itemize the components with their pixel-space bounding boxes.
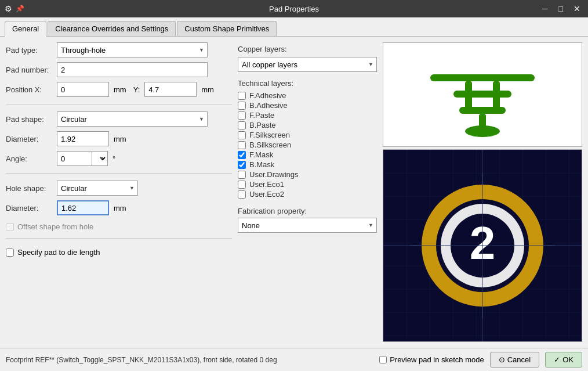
hole-shape-select-wrapper: Circular Oval [57,181,138,196]
pad-shape-label: Pad shape: [6,115,52,124]
layer-item-bmask: B.Mask [238,160,377,169]
layer-checkbox-usereco1[interactable] [238,181,246,189]
separator-3 [6,238,232,239]
svg-rect-4 [493,81,500,113]
angle-label: Angle: [6,154,52,163]
fabrication-label: Fabrication property: [238,207,307,215]
position-y-input[interactable] [144,82,197,97]
layer-item-bpaste: B.Paste [238,121,377,129]
pad-shape-row: Pad shape: Circular Oval Rectangular Tra… [6,111,232,127]
diameter-unit: mm [114,135,126,143]
layer-checkbox-fpaste[interactable] [238,111,246,120]
layer-item-fsilkscreen: F.Silkscreen [238,131,377,139]
minimize-button[interactable]: ─ [539,3,551,15]
specify-checkbox-label: Specify pad to die length [17,248,100,257]
copper-layers-select[interactable]: All copper layers F.Cu B.Cu F.Cu and B.C… [238,57,377,72]
pad-number-row: Pad number: [6,62,232,77]
cancel-button[interactable]: ⊙ Cancel [490,352,539,368]
layer-checkbox-usereco2[interactable] [238,190,246,199]
position-x-label: Position X: [6,85,52,94]
ok-button[interactable]: ✓ OK [545,352,582,368]
layer-label-fmask: F.Mask [249,150,273,159]
separator-2 [6,173,232,174]
pad-type-row: Pad type: Through-hole SMD Connector NPT… [6,42,232,57]
svg-rect-3 [465,81,472,113]
layer-checkbox-fadhesive[interactable] [238,92,246,100]
hole-shape-select[interactable]: Circular Oval [57,181,138,196]
window-controls: ─ □ ✕ [539,3,583,15]
title-bar-left: ⚙ 📌 [5,4,24,13]
angle-dropdown[interactable] [92,151,108,166]
offset-checkbox[interactable] [6,223,14,231]
offset-checkbox-label: Offset shape from hole [17,222,93,231]
content-area: Pad type: Through-hole SMD Connector NPT… [0,36,588,348]
layer-list: F.Adhesive B.Adhesive F.Paste B.Paste F.… [238,91,377,199]
sketch-mode-row: Preview pad in sketch mode [379,355,484,364]
maximize-button[interactable]: □ [556,3,566,15]
layer-checkbox-fsilkscreen[interactable] [238,131,246,139]
pin-icon: 📌 [16,5,24,13]
svg-rect-1 [453,91,511,98]
separator-1 [6,104,232,105]
layer-label-fpaste: F.Paste [249,111,274,120]
layer-item-fpaste: F.Paste [238,111,377,120]
preview-top-svg [395,45,569,144]
position-x-unit: mm [114,85,126,94]
layer-checkbox-bmask[interactable] [238,161,246,169]
layer-label-bsilkscreen: B.Silkscreen [249,141,291,149]
tab-bar: General Clearance Overrides and Settings… [0,17,588,36]
layer-item-bsilkscreen: B.Silkscreen [238,141,377,149]
specify-checkbox-row: Specify pad to die length [6,248,232,257]
hole-shape-label: Hole shape: [6,184,52,193]
layer-item-usereco2: User.Eco2 [238,190,377,199]
angle-select-wrapper [57,151,108,166]
pad-type-select[interactable]: Through-hole SMD Connector NPTH, Mechani… [57,42,208,57]
diameter-input[interactable] [57,131,109,146]
diameter-row: Diameter: mm [6,131,232,146]
technical-layers-label: Technical layers: [238,79,377,88]
fabrication-select[interactable]: None BGA pad Fiducial, local [238,218,377,233]
layer-item-badhesive: B.Adhesive [238,101,377,110]
hole-shape-row: Hole shape: Circular Oval [6,181,232,196]
title-bar: ⚙ 📌 Pad Properties ─ □ ✕ [0,0,588,17]
position-x-input[interactable] [57,82,109,97]
hole-diameter-row: Diameter: mm [6,200,232,215]
layer-label-fsilkscreen: F.Silkscreen [249,131,290,139]
close-button[interactable]: ✕ [571,3,583,15]
layer-checkbox-userdrawings[interactable] [238,171,246,179]
copper-select-wrapper: All copper layers F.Cu B.Cu F.Cu and B.C… [238,57,377,72]
hole-diameter-input[interactable] [57,200,109,215]
ok-icon: ✓ [554,355,560,364]
tab-clearance[interactable]: Clearance Overrides and Settings [48,21,176,36]
ok-label: OK [562,355,574,364]
angle-row: Angle: ° [6,151,232,166]
layer-label-usereco1: User.Eco1 [249,180,284,189]
pad-shape-select-wrapper: Circular Oval Rectangular Trapezoid [57,111,208,127]
pad-shape-select[interactable]: Circular Oval Rectangular Trapezoid [57,111,208,127]
hole-diameter-label: Diameter: [6,204,52,212]
sketch-mode-checkbox[interactable] [379,356,387,363]
layer-checkbox-badhesive[interactable] [238,102,246,110]
middle-panel: Copper layers: All copper layers F.Cu B.… [238,42,377,342]
pad-type-select-wrapper: Through-hole SMD Connector NPTH, Mechani… [57,42,208,57]
sketch-mode-label: Preview pad in sketch mode [390,355,484,364]
pad-number-input[interactable] [57,62,208,77]
angle-unit: ° [112,154,115,163]
layer-checkbox-bsilkscreen[interactable] [238,141,246,149]
layer-checkbox-fmask[interactable] [238,151,246,159]
offset-checkbox-row: Offset shape from hole [6,222,232,231]
window-title: Pad Properties [269,5,319,13]
angle-input[interactable] [57,151,92,166]
diameter-label: Diameter: [6,135,52,143]
layer-item-userdrawings: User.Drawings [238,170,377,179]
main-container: General Clearance Overrides and Settings… [0,17,588,371]
layer-checkbox-bpaste[interactable] [238,121,246,129]
tab-custom-shape[interactable]: Custom Shape Primitives [177,21,277,36]
specify-checkbox[interactable] [6,248,14,257]
layer-label-fadhesive: F.Adhesive [249,91,286,100]
tab-general[interactable]: General [5,21,46,37]
layer-label-usereco2: User.Eco2 [249,190,284,199]
layer-label-bpaste: B.Paste [249,121,276,129]
bottom-bar: Footprint REF** (Switch_Toggle_SPST_NKK_… [0,348,588,371]
layer-item-fadhesive: F.Adhesive [238,91,377,100]
